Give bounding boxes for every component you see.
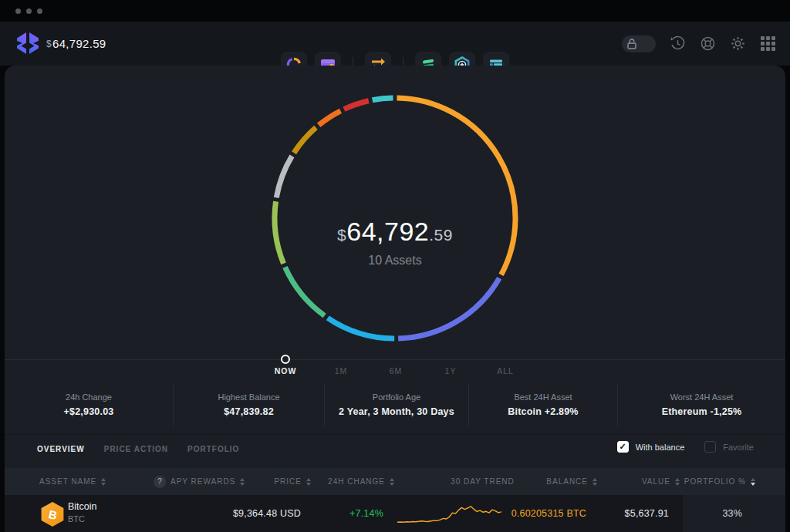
sort-arrows-icon[interactable] [101,478,106,486]
checkbox-checked-icon[interactable]: ✓ [617,441,629,453]
column-header-30-day-trend: 30 DAY TREND [431,468,534,495]
tab-price-action[interactable]: PRICE ACTION [104,445,168,453]
asset-symbol: BTC [68,514,97,524]
asset-portfolio-pct: 33% [722,495,742,532]
sort-arrows-icon[interactable] [306,478,311,486]
app-header: $ 64,792.59 [0,22,790,66]
table-row[interactable]: B Bitcoin BTC $9,364.48 USD +7.14% 0.602… [5,495,785,532]
stat-label: Highest Balance [218,392,279,402]
table-tabs: OVERVIEWPRICE ACTIONPORTFOLIO [37,445,239,453]
column-label: PRICE [274,477,302,486]
donut-segment-asset-4[interactable] [285,267,324,315]
tab-portfolio[interactable]: PORTFOLIO [187,445,239,453]
column-header-asset-name[interactable]: ASSET NAME [39,468,106,495]
donut-total-cents: .59 [429,226,453,244]
donut-currency-symbol: $ [337,226,346,244]
stat-label: Worst 24H Asset [670,392,734,402]
bitcoin-asset-icon: B [40,502,65,527]
column-label: BALANCE [546,477,588,486]
checkbox-unchecked-icon[interactable] [704,441,716,453]
lock-toggle[interactable] [622,35,656,52]
timeline-marker-1m[interactable]: 1M [335,366,348,375]
asset-24h-change: +7.14% [349,495,383,532]
window-controls[interactable] [15,8,42,14]
timeline-marker-6m[interactable]: 6M [390,366,403,375]
stat-value: $47,839.82 [224,406,274,417]
asset-30day-trend-sparkline [397,501,501,526]
sort-arrows-icon[interactable] [240,478,245,486]
column-label: 30 DAY TREND [451,477,515,486]
column-header-price[interactable]: PRICE [274,468,311,495]
column-header-apy-rewards[interactable]: ?APY REWARDS [154,468,245,495]
timeline-handle[interactable] [281,355,290,364]
donut-center-text: $64,792.59 10 Assets [268,217,522,268]
portfolio-panel: $64,792.59 10 Assets NOW1M6M1YALL 24h Ch… [5,66,785,532]
stat-label: 24h Change [66,392,112,402]
donut-total-main: 64,792 [346,217,429,246]
table-header-row: ASSET NAME?APY REWARDSPRICE24H CHANGE30 … [5,468,785,495]
asset-value: $5,637.91 [625,495,669,532]
donut-segment-asset-8[interactable] [319,111,340,125]
stat-value: +$2,930.03 [64,406,114,417]
lifebuoy-icon [700,35,716,52]
stat-label: Portfolio Age [373,392,420,402]
history-icon [670,35,686,52]
stat-value: Ethereum -1,25% [662,406,742,417]
support-button[interactable] [699,35,716,52]
filter-favorite[interactable]: Favorite [704,441,754,453]
column-header-24h-change[interactable]: 24H CHANGE [328,468,394,495]
exodus-logo-icon[interactable] [15,32,41,58]
sort-arrows-icon[interactable] [751,478,755,486]
stats-row: 24h Change+$2,930.03Highest Balance$47,8… [5,383,785,426]
timeline-track[interactable] [5,359,785,360]
tab-overview[interactable]: OVERVIEW [37,445,85,453]
grid-icon [761,36,775,51]
filter-label: With balance [636,443,685,452]
help-icon[interactable]: ? [154,476,166,488]
donut-segment-asset-10[interactable] [373,98,393,100]
sort-arrows-icon[interactable] [390,478,394,486]
asset-name-block: Bitcoin BTC [68,501,97,524]
stat-portfolio-age: Portfolio Age2 Year, 3 Month, 30 Days [324,383,468,426]
filter-label: Favorite [723,443,754,452]
donut-segment-asset-6[interactable] [276,156,292,197]
stat-24h-change: 24h Change+$2,930.03 [5,383,173,426]
donut-segment-asset-3[interactable] [328,318,395,338]
asset-price: $9,364.48 USD [233,495,301,532]
header-total-balance: $ 64,792.59 [46,22,106,66]
column-header-portfolio-[interactable]: PORTFOLIO % [684,468,755,495]
settings-button[interactable] [729,35,746,52]
balance-currency-symbol: $ [46,39,52,49]
table-filters: ✓With balanceFavorite [617,441,754,453]
column-label: 24H CHANGE [328,477,385,486]
column-label: VALUE [642,477,670,486]
stat-value: Bitcoin +2.89% [508,406,578,417]
table-separator [5,434,785,435]
donut-segment-asset-9[interactable] [344,101,369,109]
donut-segment-asset-7[interactable] [294,127,316,153]
column-header-balance[interactable]: BALANCE [546,468,597,495]
header-right-controls [622,22,776,66]
stat-value: 2 Year, 3 Month, 30 Days [339,406,454,417]
history-button[interactable] [669,35,686,52]
column-header-value[interactable]: VALUE [642,468,680,495]
sort-arrows-icon[interactable] [675,478,680,486]
filter-with-balance[interactable]: ✓With balance [617,441,685,453]
asset-balance: 0.60205315 BTC [511,495,586,532]
column-label: ASSET NAME [39,477,96,486]
donut-segment-asset-2[interactable] [398,278,499,338]
stat-best-24h-asset: Best 24H AssetBitcoin +2.89% [468,383,617,426]
stat-label: Best 24H Asset [514,392,572,402]
column-label: APY REWARDS [170,477,235,486]
asset-name: Bitcoin [68,501,97,512]
balance-amount: 64,792.59 [52,37,106,50]
window-titlebar [0,0,790,22]
unlock-icon [627,39,636,49]
apps-grid-button[interactable] [759,35,776,52]
stat-highest-balance: Highest Balance$47,839.82 [173,383,324,426]
donut-assets-count: 10 Assets [268,254,522,268]
timeline-marker-now[interactable]: NOW [275,366,297,375]
sort-arrows-icon[interactable] [592,478,597,486]
timeline-marker-all[interactable]: ALL [497,366,514,375]
timeline-marker-1y[interactable]: 1Y [445,366,457,375]
